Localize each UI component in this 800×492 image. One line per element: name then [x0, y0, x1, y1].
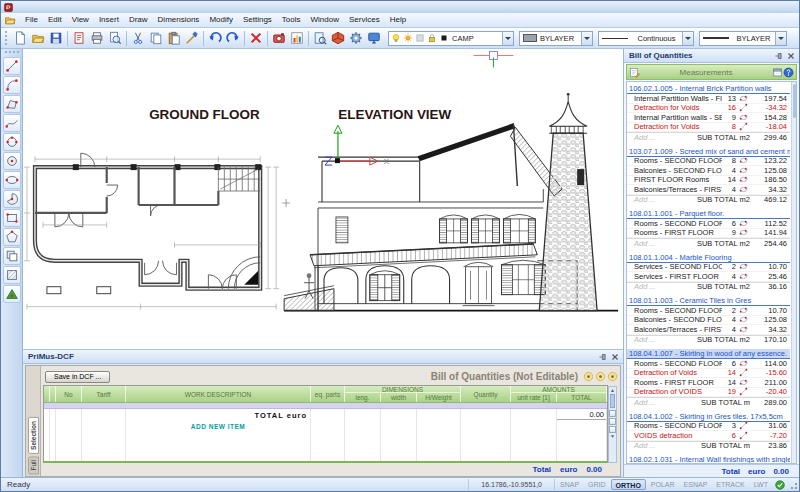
- scroll-thumb[interactable]: [610, 394, 615, 408]
- printer-icon[interactable]: [88, 29, 106, 47]
- add-measurement-link[interactable]: Add ...: [627, 398, 701, 407]
- freehand-tool[interactable]: [3, 114, 21, 132]
- circle-tool[interactable]: [3, 152, 21, 170]
- toggle-etrack[interactable]: ETRACK: [712, 479, 748, 490]
- menu-insert[interactable]: Insert: [94, 15, 124, 24]
- measurement-sheet-icon[interactable]: [629, 67, 640, 78]
- add-new-item-link[interactable]: ADD NEW ITEM: [126, 423, 310, 430]
- delete-icon[interactable]: [247, 29, 265, 47]
- add-measurement-link[interactable]: Add ...: [627, 441, 701, 450]
- scroll-up-icon[interactable]: ▲: [610, 387, 615, 393]
- report-icon[interactable]: [772, 67, 783, 78]
- measurement-row[interactable]: Rooms - FIRST FLOOR14211.00: [627, 378, 790, 388]
- close-icon[interactable]: [610, 352, 620, 362]
- toggle-grid[interactable]: GRID: [584, 479, 610, 490]
- ellipse-tool[interactable]: [3, 171, 21, 189]
- section-title[interactable]: 108.01.1.004 - Marble Flooring: [627, 253, 790, 263]
- scroll-down-icon[interactable]: ▼: [610, 433, 615, 439]
- paste-icon[interactable]: [165, 29, 183, 47]
- measurement-row[interactable]: Rooms - SECOND FLOOR6114.00: [627, 359, 790, 369]
- measurement-row[interactable]: Detraction of Voids14-15.60: [627, 369, 790, 379]
- layer-combo-arrow[interactable]: [502, 32, 513, 45]
- hatch-tool[interactable]: [3, 266, 21, 284]
- pin-icon[interactable]: [598, 352, 608, 362]
- color-combo[interactable]: BYLAYER: [519, 31, 593, 46]
- col-eq-parts[interactable]: eq. parts: [311, 386, 345, 402]
- layer-lock-icon[interactable]: [427, 33, 437, 43]
- polygon-tool[interactable]: [3, 228, 21, 246]
- layer-combo[interactable]: CAMP: [388, 31, 514, 46]
- measurement-row[interactable]: Rooms - SECOND FLOOR210.70: [627, 306, 790, 316]
- scroll-thumb[interactable]: [793, 84, 796, 118]
- add-measurement-link[interactable]: Add ...: [627, 335, 697, 344]
- menu-services[interactable]: Services: [344, 15, 385, 24]
- measurement-row[interactable]: Rooms - FIRST FLOOR9141.94: [627, 229, 790, 239]
- grid-view-icon[interactable]: [609, 410, 616, 417]
- zoom-document-icon[interactable]: [311, 29, 329, 47]
- print-view-icon[interactable]: [609, 418, 616, 425]
- measure-line-tool[interactable]: [3, 57, 21, 75]
- measure-arc-tool[interactable]: [3, 76, 21, 94]
- measurement-row[interactable]: FIRST FLOOR Rooms14186.50: [627, 176, 790, 186]
- toolbar-grip[interactable]: [5, 31, 9, 45]
- resize-grip[interactable]: [788, 480, 798, 490]
- print-doc-icon[interactable]: [70, 29, 88, 47]
- measurement-row[interactable]: Balconies/Terraces - FIRST F....434.32: [627, 185, 790, 195]
- col-quantity[interactable]: Quantity: [461, 386, 511, 402]
- rectangle-tool[interactable]: [3, 209, 21, 227]
- undo-icon[interactable]: [206, 29, 224, 47]
- measurement-row[interactable]: Internal Partition walls - SEC....9154.2…: [627, 113, 790, 123]
- col-leng[interactable]: leng.: [345, 393, 381, 402]
- measurement-row[interactable]: Detraction for Voids16-34.32: [627, 104, 790, 114]
- document-menu-icon[interactable]: [4, 14, 16, 26]
- toggle-snap[interactable]: SNAP: [556, 479, 583, 490]
- color-combo-arrow[interactable]: [581, 32, 592, 45]
- pin-icon[interactable]: [774, 51, 784, 61]
- measurement-row[interactable]: Rooms - SECOND FLOOR6112.52: [627, 219, 790, 229]
- tab-full[interactable]: Full: [28, 456, 39, 474]
- measurement-row[interactable]: Balconies/Terraces - FIRST F....434.32: [627, 325, 790, 335]
- new-file-icon[interactable]: [11, 29, 29, 47]
- menu-dimensions[interactable]: Dimensions: [153, 15, 205, 24]
- redo-icon[interactable]: [224, 29, 242, 47]
- cut-icon[interactable]: [129, 29, 147, 47]
- render-view-icon[interactable]: [365, 29, 383, 47]
- linetype-combo-arrow[interactable]: [682, 32, 693, 45]
- close-icon[interactable]: [786, 51, 796, 61]
- tools-round-icon[interactable]: [607, 371, 618, 382]
- tab-selection[interactable]: Selection: [28, 417, 39, 454]
- toggle-polar[interactable]: POLAR: [647, 479, 679, 490]
- measurement-row[interactable]: Services - SECOND FLOOR210.70: [627, 263, 790, 273]
- chart-icon[interactable]: [288, 29, 306, 47]
- section-title[interactable]: 106.02.1.005 - Internal Brick Partition …: [627, 84, 790, 94]
- add-measurement-link[interactable]: Add ...: [627, 133, 697, 142]
- copy-icon[interactable]: [147, 29, 165, 47]
- boq-scrollbar[interactable]: [791, 82, 796, 463]
- layer-freeze-icon[interactable]: [403, 33, 413, 43]
- open-file-icon[interactable]: [29, 29, 47, 47]
- toggle-lwt[interactable]: LWT: [750, 479, 772, 490]
- palette-grip[interactable]: [5, 51, 19, 55]
- menu-view[interactable]: View: [67, 15, 94, 24]
- menu-window[interactable]: Window: [306, 15, 344, 24]
- 3d-view-icon[interactable]: [329, 29, 347, 47]
- layer-dim-icon[interactable]: [415, 33, 425, 43]
- col-width[interactable]: width: [381, 393, 417, 402]
- measurement-row[interactable]: Rooms - SECOND FLOOR8123.22: [627, 157, 790, 167]
- view-mode-icon[interactable]: [595, 371, 606, 382]
- col-h-weight[interactable]: H/Weight: [417, 393, 461, 402]
- pie-tool[interactable]: [3, 190, 21, 208]
- add-measurement-link[interactable]: Add ...: [627, 239, 697, 248]
- add-measurement-link[interactable]: Add ...: [627, 282, 697, 291]
- section-title[interactable]: 108.02.1.031 - Internal Wall finishings …: [627, 455, 790, 463]
- measurement-row[interactable]: Detraction of VOIDS19-20.40: [627, 388, 790, 398]
- image-capture-icon[interactable]: [270, 29, 288, 47]
- format-painter-icon[interactable]: [183, 29, 201, 47]
- add-measurement-link[interactable]: Add ...: [627, 195, 697, 204]
- col-unit-rate[interactable]: unit rate [1]: [511, 393, 557, 402]
- lineweight-combo[interactable]: BYLAYER: [699, 31, 787, 46]
- lineweight-combo-arrow[interactable]: [775, 32, 786, 45]
- menu-file[interactable]: File: [20, 15, 43, 24]
- col-no[interactable]: No: [56, 386, 82, 402]
- menu-help[interactable]: Help: [385, 15, 411, 24]
